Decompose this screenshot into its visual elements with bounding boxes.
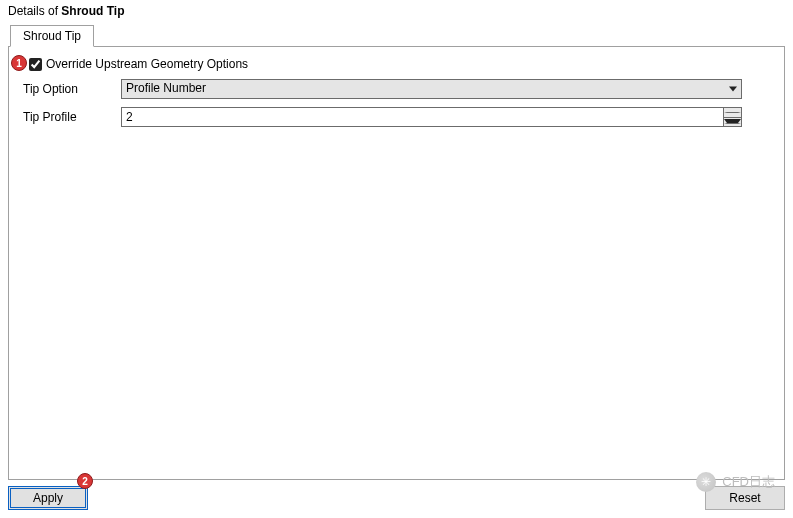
footer: Apply 2 Reset [8,486,785,510]
tab-container: Shroud Tip 1 Override Upstream Geometry … [8,24,785,480]
title-object: Shroud Tip [61,4,124,18]
reset-button-label: Reset [729,491,760,505]
tip-option-value: Profile Number [126,81,206,95]
tip-option-select[interactable]: Profile Number [121,79,742,99]
callout-badge-2: 2 [77,473,93,489]
override-label: Override Upstream Geometry Options [46,57,248,71]
reset-button[interactable]: Reset [705,486,785,510]
override-row: 1 Override Upstream Geometry Options [17,57,778,71]
apply-button-label: Apply [33,491,63,505]
apply-button[interactable]: Apply 2 [8,486,88,510]
spinner-up-button[interactable] [724,108,741,118]
chevron-up-icon [724,112,741,113]
title-prefix: Details of [8,4,61,18]
chevron-down-icon [724,119,741,124]
tab-strip: Shroud Tip [8,24,785,46]
override-checkbox[interactable] [29,58,42,71]
tip-profile-input[interactable] [121,107,724,127]
tip-profile-spinner [724,107,742,127]
tip-option-row: Tip Option Profile Number [23,79,778,99]
chevron-down-icon [729,87,737,92]
tip-profile-row: Tip Profile [23,107,778,127]
tab-shroud-tip[interactable]: Shroud Tip [10,25,94,47]
spinner-down-button[interactable] [724,118,741,127]
callout-badge-1: 1 [11,55,27,71]
tab-panel: 1 Override Upstream Geometry Options Tip… [8,46,785,480]
tip-profile-label: Tip Profile [23,110,121,124]
tip-option-label: Tip Option [23,82,121,96]
panel-title: Details of Shroud Tip [0,0,793,20]
